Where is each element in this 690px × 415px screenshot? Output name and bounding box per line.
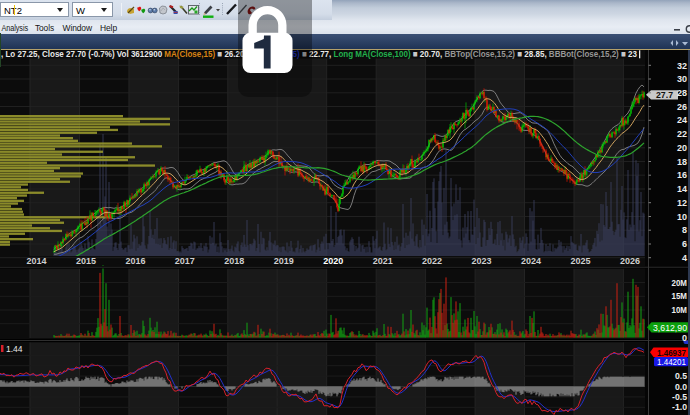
svg-text:2024: 2024 (521, 256, 541, 266)
svg-text:18: 18 (677, 156, 687, 166)
svg-text:2018: 2018 (224, 256, 244, 266)
svg-text:10: 10 (677, 211, 687, 221)
svg-text:2026: 2026 (620, 256, 640, 266)
svg-text:12: 12 (677, 197, 687, 207)
svg-text:27.7: 27.7 (656, 90, 673, 100)
svg-text:Window: Window (63, 22, 93, 33)
svg-text:2025: 2025 (570, 256, 590, 266)
svg-text:28: 28 (677, 87, 687, 97)
svg-text:15M: 15M (672, 291, 688, 301)
svg-text:2021: 2021 (373, 256, 393, 266)
svg-text:Analysis: Analysis (2, 22, 29, 33)
svg-text:2017: 2017 (175, 256, 195, 266)
svg-text:30: 30 (677, 74, 687, 84)
svg-text:2014: 2014 (27, 256, 47, 266)
svg-text:22: 22 (677, 129, 687, 139)
svg-text:0.5: 0.5 (675, 371, 687, 381)
svg-text:20: 20 (677, 142, 687, 152)
svg-text:6: 6 (682, 239, 687, 249)
svg-text:0: 0 (682, 332, 687, 342)
svg-text:Tools: Tools (35, 22, 54, 33)
svg-text:2020: 2020 (323, 256, 343, 266)
svg-text:24: 24 (677, 115, 687, 125)
svg-text:2015: 2015 (76, 256, 96, 266)
svg-text:Help: Help (100, 22, 117, 33)
svg-text:-1.0: -1.0 (672, 402, 687, 412)
svg-text:1.44201: 1.44201 (657, 356, 686, 366)
svg-text:3,612,90: 3,612,90 (653, 322, 687, 332)
svg-text:0.0: 0.0 (675, 381, 687, 391)
svg-text:26: 26 (677, 101, 687, 111)
svg-text:2019: 2019 (274, 256, 294, 266)
svg-text:2016: 2016 (125, 256, 145, 266)
svg-text:2023: 2023 (472, 256, 492, 266)
svg-text:14: 14 (677, 184, 687, 194)
svg-text:8: 8 (682, 225, 687, 235)
svg-text:20M: 20M (672, 277, 688, 287)
svg-text:4: 4 (682, 252, 687, 262)
svg-text:16: 16 (677, 170, 687, 180)
svg-text:1.44: 1.44 (6, 344, 23, 354)
svg-text:2022: 2022 (422, 256, 442, 266)
svg-text:, Lo 27.25, Close 27.70 (-0.7%: , Lo 27.25, Close 27.70 (-0.7%) Vol 3612… (1, 50, 637, 59)
svg-text:-0.5: -0.5 (672, 392, 687, 402)
svg-text:10M: 10M (672, 305, 688, 315)
svg-text:32: 32 (677, 60, 687, 70)
